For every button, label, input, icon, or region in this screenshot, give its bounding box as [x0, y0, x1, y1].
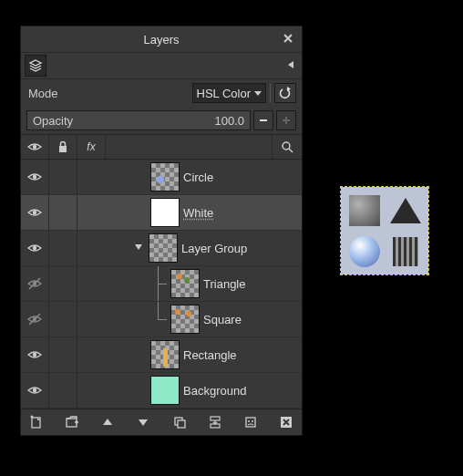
layers-tab[interactable]: [25, 55, 46, 77]
layer-name[interactable]: Background: [183, 384, 246, 398]
link-cell[interactable]: [49, 266, 77, 301]
mode-value: HSL Color: [197, 87, 251, 100]
delete-button[interactable]: [276, 412, 296, 432]
layer-row[interactable]: Layer Group: [21, 231, 302, 266]
visibility-toggle[interactable]: [21, 302, 49, 336]
link-cell[interactable]: [49, 337, 77, 372]
layer-content: Layer Group: [77, 231, 302, 265]
new-layer-button[interactable]: [26, 412, 46, 432]
svg-point-23: [248, 420, 250, 422]
new-group-button[interactable]: [62, 412, 82, 432]
layer-list: CircleWhiteLayer GroupTriangleSquareRect…: [21, 160, 302, 409]
link-cell[interactable]: [49, 302, 77, 336]
mode-label: Mode: [26, 87, 58, 100]
layers-panel: Layers Mode HSL Color Opacity 100.0: [20, 26, 303, 436]
layer-name[interactable]: Square: [203, 313, 242, 326]
dock-tabbar: [21, 53, 302, 79]
fx-header[interactable]: fx: [77, 135, 106, 159]
expand-toggle[interactable]: [134, 243, 145, 254]
svg-rect-16: [32, 418, 40, 428]
layer-name[interactable]: Rectangle: [183, 348, 237, 362]
visibility-toggle[interactable]: [21, 266, 49, 301]
svg-rect-20: [211, 417, 220, 420]
opacity-decrease-button[interactable]: [253, 110, 273, 130]
visibility-toggle[interactable]: [21, 337, 49, 372]
opacity-field[interactable]: Opacity 100.0: [26, 110, 251, 130]
svg-rect-0: [260, 119, 267, 121]
chevron-down-icon: [254, 91, 262, 96]
layer-row[interactable]: Rectangle: [21, 337, 302, 373]
preview-thumb: [387, 192, 423, 228]
opacity-label: Opacity: [33, 114, 73, 128]
layer-list-header: fx: [21, 134, 302, 160]
layer-name[interactable]: Layer Group: [181, 242, 247, 255]
titlebar: Layers: [21, 26, 302, 53]
visibility-toggle[interactable]: [21, 373, 49, 408]
svg-rect-2: [285, 117, 287, 124]
raise-button[interactable]: [98, 412, 118, 432]
lower-button[interactable]: [133, 412, 153, 432]
preview-thumb: [346, 233, 382, 269]
visibility-toggle[interactable]: [21, 160, 49, 194]
tree-line: [150, 266, 167, 301]
layer-row[interactable]: Circle: [21, 160, 302, 195]
layer-name[interactable]: Circle: [183, 171, 213, 184]
svg-point-3: [33, 145, 36, 149]
layer-row[interactable]: Triangle: [21, 266, 302, 302]
duplicate-button[interactable]: [170, 412, 190, 432]
separator: [270, 84, 271, 102]
preview-thumb: [387, 233, 423, 269]
svg-line-13: [29, 314, 40, 325]
svg-point-24: [252, 420, 253, 422]
merge-down-button[interactable]: [205, 412, 225, 432]
tree-line: [150, 302, 167, 336]
layer-content: Triangle: [77, 266, 302, 301]
svg-point-15: [33, 388, 36, 392]
layer-content: Square: [77, 302, 302, 336]
svg-point-5: [283, 142, 290, 150]
layer-content: White: [77, 195, 302, 230]
svg-point-9: [33, 246, 36, 250]
link-cell[interactable]: [49, 160, 77, 194]
opacity-row: Opacity 100.0: [21, 107, 302, 134]
svg-rect-19: [178, 420, 185, 428]
layer-content: Circle: [77, 160, 302, 194]
link-cell[interactable]: [49, 373, 77, 408]
visibility-header[interactable]: [21, 135, 49, 159]
layer-row[interactable]: White: [21, 195, 302, 231]
tab-menu-icon[interactable]: [285, 59, 298, 72]
svg-rect-22: [246, 418, 255, 427]
layers-icon: [28, 58, 43, 73]
svg-point-7: [33, 175, 36, 179]
bottom-toolbar: [21, 409, 302, 435]
link-cell[interactable]: [49, 195, 77, 230]
svg-point-14: [33, 353, 36, 357]
visibility-toggle[interactable]: [21, 195, 49, 230]
preview-thumb: [346, 192, 382, 228]
mode-row: Mode HSL Color: [21, 79, 302, 107]
layer-content: Background: [77, 373, 302, 408]
layer-name[interactable]: Triangle: [203, 277, 245, 291]
svg-line-11: [29, 278, 40, 289]
lock-header[interactable]: [49, 135, 77, 159]
opacity-value: 100.0: [214, 114, 244, 128]
anchor-button[interactable]: [241, 412, 261, 432]
link-cell[interactable]: [49, 231, 77, 265]
mode-select[interactable]: HSL Color: [192, 83, 266, 103]
svg-line-6: [289, 149, 293, 152]
search-header[interactable]: [272, 135, 302, 159]
opacity-increase-button[interactable]: [276, 110, 296, 130]
layer-row[interactable]: Background: [21, 373, 302, 409]
svg-rect-4: [59, 146, 67, 152]
close-icon[interactable]: [282, 32, 296, 47]
switch-mode-button[interactable]: [274, 83, 296, 103]
window-title: Layers: [143, 33, 179, 47]
canvas-preview: [341, 187, 428, 274]
layer-row[interactable]: Square: [21, 302, 302, 337]
layer-content: Rectangle: [77, 337, 302, 372]
visibility-toggle[interactable]: [21, 231, 49, 265]
layer-name[interactable]: White: [183, 206, 213, 220]
svg-point-8: [33, 211, 36, 214]
